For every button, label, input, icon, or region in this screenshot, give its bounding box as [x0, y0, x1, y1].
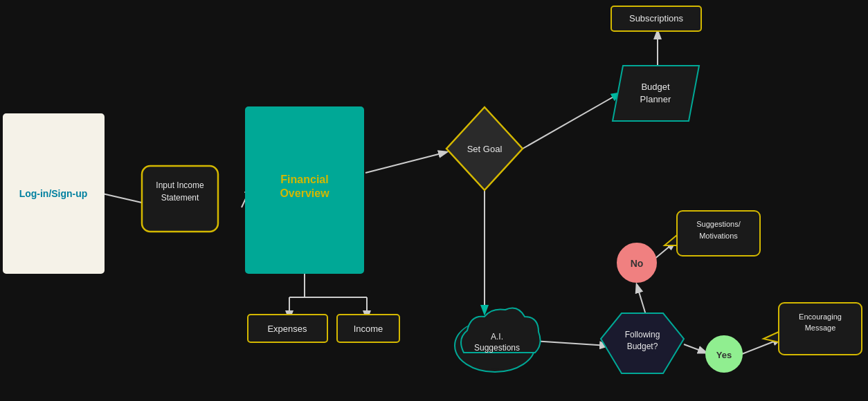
- login-label: Log-in/Sign-up: [19, 188, 88, 199]
- financial-overview-label: Financial: [280, 174, 328, 185]
- income-label: Income: [354, 324, 383, 334]
- financial-overview-label2: Overview: [280, 187, 329, 199]
- input-income-label: Input Income: [156, 180, 204, 190]
- svg-line-8: [523, 93, 620, 149]
- encouraging-label2: Message: [805, 324, 836, 332]
- set-goal-label: Set Goal: [467, 144, 503, 154]
- input-income-label2: Statement: [161, 193, 199, 203]
- subscriptions-label: Subscriptions: [629, 13, 684, 24]
- budget-planner-node: [613, 66, 699, 121]
- no-label: No: [631, 258, 644, 269]
- svg-marker-23: [664, 235, 677, 245]
- yes-label: Yes: [716, 350, 732, 360]
- encouraging-label: Encouraging: [799, 313, 842, 321]
- expenses-label: Expenses: [267, 324, 307, 334]
- budget-planner-label: Budget: [641, 82, 670, 92]
- svg-line-11: [533, 341, 608, 346]
- budget-planner-label2: Planner: [640, 94, 671, 104]
- svg-line-2: [365, 152, 446, 173]
- following-budget-label2: Budget?: [627, 342, 658, 351]
- following-budget-label: Following: [625, 330, 660, 339]
- svg-line-14: [684, 344, 706, 353]
- svg-marker-24: [763, 332, 779, 342]
- svg-line-12: [637, 285, 646, 315]
- suggestions-label2: Motivations: [699, 232, 738, 240]
- ai-suggestions-label: A.I.: [491, 332, 503, 342]
- ai-suggestions-label2: Suggestions: [474, 343, 520, 353]
- suggestions-label: Suggestions/: [696, 220, 741, 228]
